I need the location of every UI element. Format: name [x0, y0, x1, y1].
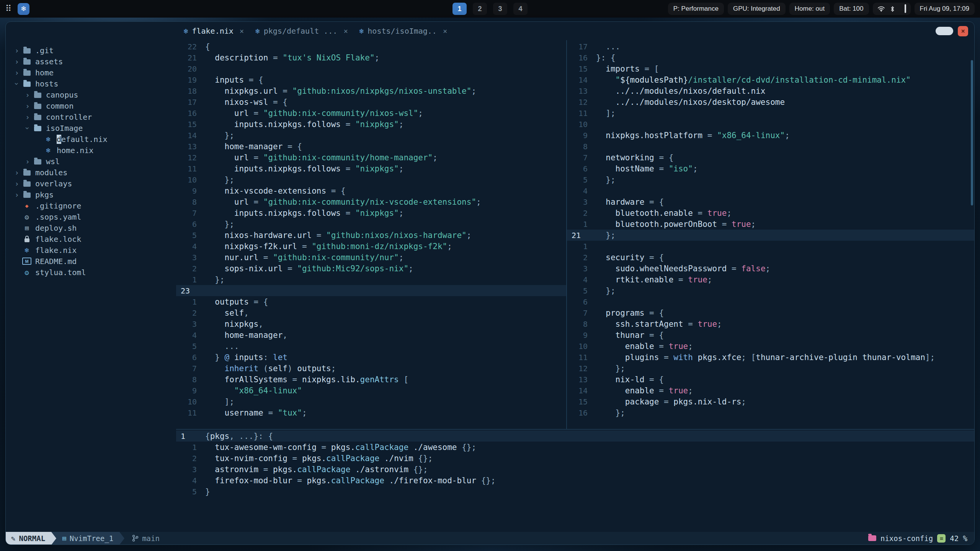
code-line[interactable]: 11 plugins = with pkgs.xfce; [thunar-arc… — [567, 352, 974, 363]
code-line[interactable]: 8 forAllSystems = nixpkgs.lib.genAttrs [ — [176, 374, 566, 385]
code-line[interactable]: 15 inputs.nixpkgs.follows = "nixpkgs"; — [176, 119, 566, 130]
tree-item--gitignore[interactable]: ◆.gitignore — [6, 200, 176, 211]
code-line[interactable]: 10 — [567, 119, 974, 130]
code-line[interactable]: 13 home-manager = { — [176, 141, 566, 152]
code-line[interactable]: 19 inputs = { — [176, 74, 566, 85]
tree-item-pkgs[interactable]: ›pkgs — [6, 189, 176, 200]
code-line[interactable]: 1 — [567, 241, 974, 252]
code-line[interactable]: 8 url = "github:nix-community/nix-vscode… — [176, 196, 566, 207]
tab-close-icon[interactable]: × — [343, 27, 348, 35]
tree-item-flake-nix[interactable]: ❄flake.nix — [6, 245, 176, 256]
bluetooth-icon[interactable] — [890, 6, 895, 12]
scrollbar-thumb[interactable] — [971, 60, 973, 205]
tree-item-readme-md[interactable]: MREADME.md — [6, 256, 176, 267]
tree-item-isoimage[interactable]: ›isoImage — [6, 122, 176, 134]
status-module[interactable]: GPU: Integrated — [728, 3, 786, 15]
code-line[interactable]: 16}: { — [567, 52, 974, 63]
code-line[interactable]: 14 "${modulesPath}/installer/cd-dvd/inst… — [567, 74, 974, 85]
window-close-button[interactable]: × — [958, 26, 968, 36]
status-module[interactable]: Bat: 100 — [834, 3, 869, 15]
code-line[interactable]: 10 enable = true; — [567, 341, 974, 352]
code-line[interactable]: 10 }; — [176, 174, 566, 185]
code-line[interactable]: 12 url = "github:nix-community/home-mana… — [176, 152, 566, 163]
code-line[interactable]: 14 }; — [176, 130, 566, 141]
code-line[interactable]: 6 } @ inputs: let — [176, 352, 566, 363]
code-line[interactable]: 4 home-manager, — [176, 329, 566, 341]
code-line[interactable]: 5 ... — [176, 341, 566, 352]
toggle-pill-button[interactable] — [936, 27, 953, 35]
code-line[interactable]: 3 astronvim = pkgs.callPackage ./astronv… — [176, 464, 974, 475]
code-line[interactable]: 17 nixos-wsl = { — [176, 96, 566, 108]
code-line[interactable]: 13 nix-ld = { — [567, 374, 974, 385]
code-line[interactable]: 10 ]; — [176, 396, 566, 407]
workspace-button-2[interactable]: 2 — [473, 3, 487, 15]
code-line[interactable]: 9 nix-vscode-extensions = { — [176, 185, 566, 196]
tab-3[interactable]: ❄hosts/isoImag..× — [359, 26, 448, 36]
code-line[interactable]: 8 ssh.startAgent = true; — [567, 318, 974, 329]
code-line[interactable]: 15 imports = [ — [567, 63, 974, 74]
tree-item-home-nix[interactable]: ❄home.nix — [6, 145, 176, 156]
tree-item-hosts[interactable]: ›hosts — [6, 78, 176, 89]
code-line[interactable]: 11 inputs.nixpkgs.follows = "nixpkgs"; — [176, 163, 566, 174]
code-line[interactable]: 1 bluetooth.powerOnBoot = true; — [567, 218, 974, 230]
code-line[interactable]: 23 — [176, 285, 566, 296]
code-line[interactable]: 4 — [567, 185, 974, 196]
code-line[interactable]: 16 }; — [567, 407, 974, 418]
code-line[interactable]: 21 }; — [567, 230, 974, 241]
tree-item--git[interactable]: ›.git — [6, 45, 176, 56]
tree-item-controller[interactable]: ›controller — [6, 111, 176, 122]
tree-item-canopus[interactable]: ›canopus — [6, 89, 176, 100]
code-line[interactable]: 1 }; — [176, 274, 566, 285]
tree-item--sops-yaml[interactable]: ⚙.sops.yaml — [6, 211, 176, 222]
code-line[interactable]: 7 networking = { — [567, 152, 974, 163]
code-line[interactable]: 14 enable = true; — [567, 385, 974, 396]
code-line[interactable]: 4 firefox-mod-blur = pkgs.callPackage ./… — [176, 475, 974, 486]
workspace-button-4[interactable]: 4 — [513, 3, 528, 15]
code-line[interactable]: 8 — [567, 141, 974, 152]
tree-item-home[interactable]: ›home — [6, 67, 176, 78]
tree-item-stylua-toml[interactable]: ⚙stylua.toml — [6, 267, 176, 278]
code-line[interactable]: 9 "x86_64-linux" — [176, 385, 566, 396]
code-line[interactable]: 22{ — [176, 41, 566, 52]
tree-item-wsl[interactable]: ›wsl — [6, 156, 176, 167]
code-line[interactable]: 9 nixpkgs.hostPlatform = "x86_64-linux"; — [567, 130, 974, 141]
tab-close-icon[interactable]: × — [443, 27, 447, 35]
code-line[interactable]: 5 nixos-hardware.url = "github:nixos/nix… — [176, 230, 566, 241]
code-line[interactable]: 3 hardware = { — [567, 196, 974, 207]
tab-1[interactable]: ❄flake.nix× — [184, 26, 244, 36]
tree-item-flake-lock[interactable]: flake.lock — [6, 233, 176, 245]
code-line[interactable]: 1 tux-awesome-wm-config = pkgs.callPacka… — [176, 442, 974, 453]
code-line[interactable]: 3 sudo.wheelNeedsPassword = false; — [567, 263, 974, 274]
code-line[interactable]: 2 bluetooth.enable = true; — [567, 207, 974, 218]
code-line[interactable]: 3 nur.url = "github:nix-community/nur"; — [176, 252, 566, 263]
tab-2[interactable]: ❄pkgs/default ...× — [255, 26, 348, 36]
apps-grid-icon[interactable]: ⠿ — [5, 5, 11, 13]
code-line[interactable]: 12 }; — [567, 363, 974, 374]
code-line[interactable]: 21 description = "tux's NixOS Flake"; — [176, 52, 566, 63]
code-line[interactable]: 12 ../../modules/nixos/desktop/awesome — [567, 96, 974, 108]
code-line[interactable]: 5 }; — [567, 174, 974, 185]
code-line[interactable]: 4 nixpkgs-f2k.url = "github:moni-dz/nixp… — [176, 241, 566, 252]
code-line[interactable]: 6 }; — [176, 218, 566, 230]
code-line[interactable]: 13 ../../modules/nixos/default.nix — [567, 85, 974, 96]
code-line[interactable]: 1{pkgs, ...}: { — [176, 430, 974, 442]
code-line[interactable]: 6 — [567, 296, 974, 307]
clock[interactable]: Fri Aug 09, 17:09 — [915, 3, 975, 15]
code-line[interactable]: 4 rtkit.enable = true; — [567, 274, 974, 285]
tree-item-modules[interactable]: ›modules — [6, 167, 176, 178]
wifi-icon[interactable] — [877, 6, 885, 12]
code-line[interactable]: 11 ]; — [567, 108, 974, 119]
tree-item-common[interactable]: ›common — [6, 100, 176, 111]
workspace-button-3[interactable]: 3 — [493, 3, 507, 15]
workspace-button-1[interactable]: 1 — [452, 3, 467, 15]
code-line[interactable]: 7 inputs.nixpkgs.follows = "nixpkgs"; — [176, 207, 566, 218]
editor-pane-isoimage[interactable]: 17 ...16}: {15 imports = [14 "${modulesP… — [567, 40, 974, 429]
tree-item-assets[interactable]: ›assets — [6, 56, 176, 67]
status-module[interactable]: P: Performance — [668, 3, 724, 15]
tree-item-default-nix[interactable]: ❄default.nix — [6, 134, 176, 145]
code-line[interactable]: 11 username = "tux"; — [176, 407, 566, 418]
tree-item-overlays[interactable]: ›overlays — [6, 178, 176, 189]
code-line[interactable]: 20 — [176, 63, 566, 74]
code-line[interactable]: 15 package = pkgs.nix-ld-rs; — [567, 396, 974, 407]
file-tree[interactable]: ›.git›assets›home›hosts›canopus›common›c… — [6, 40, 176, 532]
